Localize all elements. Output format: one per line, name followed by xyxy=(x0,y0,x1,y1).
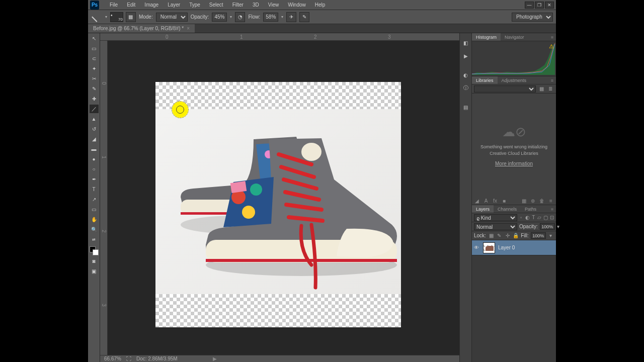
dock-icon[interactable]: ◐ xyxy=(461,70,470,79)
color-swap-icon[interactable]: ⇄ xyxy=(90,235,99,244)
lock-position-icon[interactable]: ✢ xyxy=(505,233,511,238)
dodge-tool[interactable]: ○ xyxy=(90,165,99,173)
tab-paths[interactable]: Paths xyxy=(521,205,540,213)
visibility-eye-icon[interactable]: 👁 xyxy=(474,245,480,250)
quickmask-toggle[interactable]: ◙ xyxy=(90,257,99,265)
marquee-tool[interactable]: ▭ xyxy=(90,44,99,53)
adj-icon[interactable]: ▦ xyxy=(521,198,527,204)
lock-transparent-icon[interactable]: ▦ xyxy=(488,233,494,238)
lib-view-list-icon[interactable]: ≣ xyxy=(547,85,554,93)
gradient-tool[interactable]: ▬ xyxy=(90,145,99,153)
layer-name[interactable]: Layer 0 xyxy=(498,245,515,250)
adj-icon[interactable]: A xyxy=(483,198,489,204)
blend-mode-select[interactable]: Normal xyxy=(474,223,517,230)
layer-item[interactable]: 👁 Layer 0 xyxy=(472,240,556,255)
close-tab-icon[interactable]: × xyxy=(187,26,190,31)
menu-type[interactable]: Type xyxy=(185,2,205,8)
type-tool[interactable]: T xyxy=(90,185,99,194)
hand-tool[interactable]: ✋ xyxy=(90,215,99,224)
foreground-background-colors[interactable] xyxy=(90,246,99,255)
warning-icon[interactable]: ⚠ xyxy=(549,43,554,50)
status-menu-arrow[interactable]: ▶ xyxy=(213,356,217,361)
move-tool[interactable]: ↖ xyxy=(90,34,99,43)
adj-icon[interactable]: ◢ xyxy=(474,198,480,204)
filter-adjust-icon[interactable]: ◐ xyxy=(525,215,530,220)
flow-dropdown[interactable]: ▾ xyxy=(281,15,283,19)
tab-histogram[interactable]: Histogram xyxy=(472,33,501,41)
opacity-dropdown[interactable]: ▾ xyxy=(230,15,232,19)
fill-input[interactable] xyxy=(531,232,546,239)
layer-filter-select[interactable]: ϱ Kind xyxy=(474,214,517,221)
adj-icon[interactable]: 🗑 xyxy=(539,198,545,204)
tab-navigator[interactable]: Navigator xyxy=(501,33,528,41)
dock-icon[interactable]: ▤ xyxy=(461,103,470,112)
menu-help[interactable]: Help xyxy=(310,2,330,8)
lock-all-icon[interactable]: 🔒 xyxy=(513,233,519,238)
tool-preset-dropdown[interactable]: ▾ xyxy=(105,15,107,19)
tab-adjustments[interactable]: Adjustments xyxy=(498,76,531,84)
dock-icon[interactable]: ◧ xyxy=(461,38,470,47)
dock-icon[interactable]: ⓘ xyxy=(461,83,470,93)
wand-tool[interactable]: ✦ xyxy=(90,64,99,73)
zoom-level[interactable]: 66.67% xyxy=(104,356,121,361)
chevron-down-icon[interactable]: ▾ xyxy=(548,233,554,238)
dock-icon[interactable]: ▶ xyxy=(461,51,470,60)
flow-input[interactable] xyxy=(263,13,278,22)
menu-layer[interactable]: Layer xyxy=(163,2,185,8)
adj-icon[interactable]: fx xyxy=(492,198,498,204)
adj-icon[interactable]: ■ xyxy=(501,198,507,204)
brush-tool-icon[interactable] xyxy=(92,12,102,22)
document-tab[interactable]: Before.jpg @ 66.7% (Layer 0, RGB/8#) * × xyxy=(88,24,195,33)
eyedropper-tool[interactable]: ✎ xyxy=(90,84,99,93)
heal-tool[interactable]: ✚ xyxy=(90,95,99,103)
stamp-tool[interactable]: ▲ xyxy=(90,115,99,123)
panel-menu-icon[interactable]: ≡ xyxy=(548,33,556,41)
pen-tool[interactable]: ✒ xyxy=(90,175,99,184)
eraser-tool[interactable]: ◢ xyxy=(90,135,99,143)
panel-menu-icon[interactable]: ≡ xyxy=(548,205,556,213)
lib-view-grid-icon[interactable]: ▦ xyxy=(538,85,545,93)
tab-libraries[interactable]: Libraries xyxy=(472,76,498,84)
tab-channels[interactable]: Channels xyxy=(494,205,521,213)
screenmode-toggle[interactable]: ▣ xyxy=(90,267,99,276)
opacity-input[interactable] xyxy=(212,13,227,22)
more-info-link[interactable]: More information xyxy=(495,161,533,166)
brush-tool[interactable]: ／ xyxy=(90,105,99,113)
filter-pixel-icon[interactable]: ▫ xyxy=(519,215,523,220)
library-select[interactable] xyxy=(474,85,536,93)
menu-window[interactable]: Window xyxy=(283,2,310,8)
blend-mode-select[interactable]: Normal xyxy=(156,13,188,22)
path-select-tool[interactable]: ↗ xyxy=(90,195,99,204)
filter-smart-icon[interactable]: ▢ xyxy=(543,215,548,220)
menu-select[interactable]: Select xyxy=(205,2,228,8)
lock-pixels-icon[interactable]: ✎ xyxy=(496,233,502,238)
crop-tool[interactable]: ✂ xyxy=(90,74,99,83)
menu-filter[interactable]: Filter xyxy=(228,2,248,8)
blur-tool[interactable]: ● xyxy=(90,155,99,163)
maximize-button[interactable]: ❐ xyxy=(535,2,544,9)
brush-panel-toggle[interactable]: ▦ xyxy=(126,12,136,22)
menu-image[interactable]: Image xyxy=(140,2,163,8)
adj-icon[interactable]: ⊕ xyxy=(530,198,536,204)
filter-shape-icon[interactable]: ▱ xyxy=(537,215,541,220)
panel-menu-icon[interactable]: ≡ xyxy=(548,76,556,84)
panel-menu-icon[interactable]: ≡ xyxy=(548,198,554,204)
shape-tool[interactable]: ▭ xyxy=(90,205,99,214)
lasso-tool[interactable]: ⊂ xyxy=(90,54,99,63)
menu-edit[interactable]: Edit xyxy=(122,2,140,8)
tab-layers[interactable]: Layers xyxy=(472,205,494,213)
expand-icon[interactable]: ⛶ xyxy=(126,356,131,361)
pressure-opacity-icon[interactable]: ◔ xyxy=(235,12,245,22)
workspace-select[interactable]: Photography xyxy=(512,13,553,22)
minimize-button[interactable]: — xyxy=(525,2,534,9)
filter-toggle[interactable]: ⊡ xyxy=(550,215,554,220)
close-button[interactable]: ✕ xyxy=(545,2,554,9)
filter-type-icon[interactable]: T xyxy=(532,215,536,220)
layer-thumbnail[interactable] xyxy=(483,242,495,253)
menu-3d[interactable]: 3D xyxy=(248,2,264,8)
chevron-down-icon[interactable]: ▾ xyxy=(557,224,559,229)
menu-file[interactable]: File xyxy=(105,2,122,8)
pressure-size-icon[interactable]: ✎ xyxy=(299,12,309,22)
document-canvas[interactable] xyxy=(155,82,401,327)
airbrush-icon[interactable]: ✈ xyxy=(286,12,296,22)
